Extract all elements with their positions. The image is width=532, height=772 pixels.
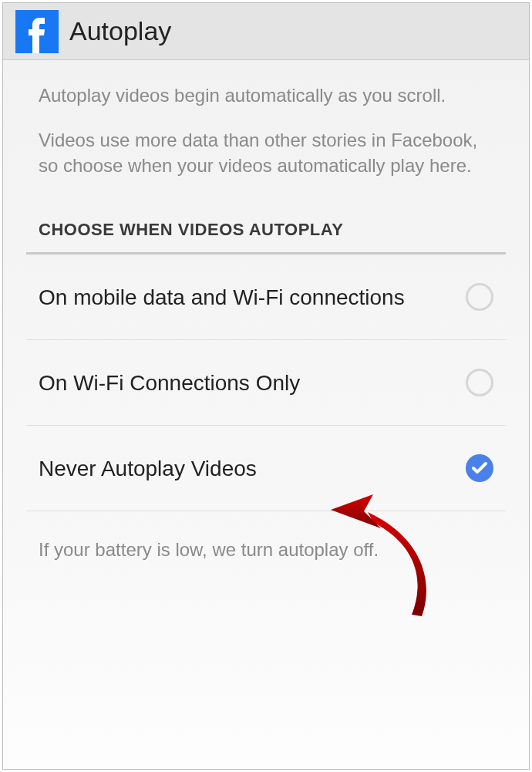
footer-note: If your battery is low, we turn autoplay…	[3, 511, 529, 561]
radio-unchecked-icon[interactable]	[466, 369, 493, 396]
content-area: Autoplay videos begin automatically as y…	[3, 60, 529, 769]
autoplay-settings-screen: Autoplay Autoplay videos begin automatic…	[2, 2, 530, 770]
description-line-1: Autoplay videos begin automatically as y…	[39, 83, 493, 108]
option-never-autoplay[interactable]: Never Autoplay Videos	[3, 426, 529, 511]
radio-unchecked-icon[interactable]	[466, 283, 493, 311]
option-label: On Wi-Fi Connections Only	[39, 369, 300, 396]
radio-checked-icon[interactable]	[466, 454, 493, 482]
section-header: CHOOSE WHEN VIDEOS AUTOPLAY	[3, 178, 529, 252]
description-block: Autoplay videos begin automatically as y…	[3, 60, 529, 178]
option-label: Never Autoplay Videos	[39, 455, 257, 482]
option-wifi-only[interactable]: On Wi-Fi Connections Only	[3, 340, 529, 425]
facebook-logo-icon	[15, 10, 59, 53]
app-header: Autoplay	[3, 3, 529, 60]
option-mobile-and-wifi[interactable]: On mobile data and Wi-Fi connections	[3, 255, 529, 339]
option-label: On mobile data and Wi-Fi connections	[39, 284, 405, 311]
description-line-2: Videos use more data than other stories …	[39, 128, 493, 178]
page-title: Autoplay	[69, 16, 171, 46]
